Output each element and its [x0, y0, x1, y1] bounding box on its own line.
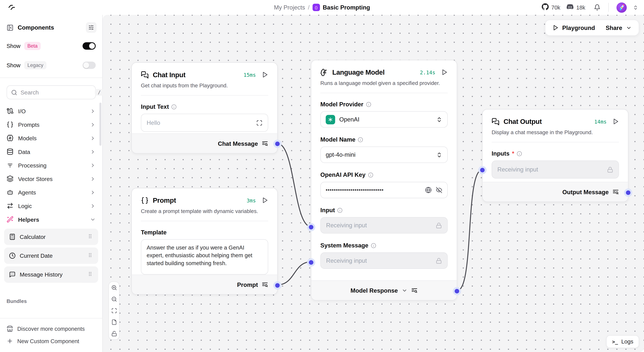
breadcrumb-projects-link[interactable]: My Projects: [274, 4, 305, 11]
sidebar-filter-button[interactable]: [86, 22, 96, 33]
account-chevrons-icon[interactable]: [633, 5, 638, 10]
eye-off-icon[interactable]: [436, 187, 442, 193]
node-run-time: 15ms: [244, 72, 256, 78]
playground-button[interactable]: Playground: [552, 24, 595, 31]
fit-view-button[interactable]: [111, 308, 117, 314]
top-nav: My Projects / {} Basic Prompting 70k 18k: [0, 0, 644, 15]
inspect-output-icon[interactable]: [262, 281, 268, 288]
output-handle-output-message[interactable]: [626, 190, 630, 195]
arrow-right-left-icon: [6, 202, 14, 209]
node-run-time: 3ms: [247, 197, 256, 203]
input-handle-inputs[interactable]: [480, 168, 484, 172]
langflow-logo-icon[interactable]: [8, 3, 16, 12]
search-input[interactable]: [20, 89, 95, 96]
globe-icon[interactable]: [425, 187, 432, 193]
node-title: Chat Input: [153, 71, 244, 78]
sidebar-item-models[interactable]: Models: [0, 131, 102, 145]
template-textarea[interactable]: Answer the user as if you were a GenAI e…: [141, 239, 268, 275]
output-label: Model Response: [350, 287, 398, 294]
output-handle-prompt[interactable]: [275, 283, 280, 288]
sidebar-item-logic[interactable]: Logic: [0, 199, 102, 213]
field-label: Input: [320, 207, 335, 214]
api-key-field[interactable]: ••••••••••••••••••••••••••••••: [320, 182, 448, 198]
model-provider-select[interactable]: OpenAI: [320, 111, 448, 128]
layers-icon: [6, 175, 14, 182]
flow-canvas[interactable]: Chat Input 15ms Get chat inputs from the…: [103, 15, 644, 352]
expand-icon[interactable]: [256, 120, 262, 126]
new-custom-component-button[interactable]: New Custom Component: [0, 335, 102, 347]
user-avatar[interactable]: [616, 2, 627, 12]
node-description: Get chat inputs from the Playground.: [141, 82, 268, 89]
component-card-calculator[interactable]: Calculator: [4, 229, 98, 245]
node-chat-output[interactable]: Chat Output 14ms Display a chat message …: [482, 109, 628, 202]
run-node-button[interactable]: [262, 71, 268, 78]
output-handle-model-response[interactable]: [455, 289, 459, 294]
legacy-badge: Legacy: [24, 61, 47, 69]
input-text-value[interactable]: [147, 119, 253, 126]
github-stars-button[interactable]: 70k: [542, 3, 560, 11]
components-sidebar: Components Show Beta Show Legacy /: [0, 15, 103, 352]
discord-icon: [566, 3, 574, 12]
model-value: gpt-4o-mini: [326, 151, 436, 158]
sidebar-scrollbar[interactable]: [99, 103, 102, 146]
node-prompt[interactable]: Prompt 3ms Create a prompt template with…: [132, 188, 278, 295]
sidebar-item-vector-stores[interactable]: Vector Stores: [0, 172, 102, 185]
discover-components-link[interactable]: Discover more components: [0, 323, 102, 335]
edge-chatinput-to-lm: [278, 144, 311, 227]
component-search[interactable]: /: [6, 85, 96, 99]
chevrons-up-down-icon: [436, 152, 442, 158]
share-button[interactable]: Share: [606, 24, 632, 31]
sidebar-item-processing[interactable]: Processing: [0, 158, 102, 172]
system-message-receiving-field: Receiving input: [320, 252, 448, 269]
sidebar-item-prompts[interactable]: Prompts: [0, 118, 102, 131]
discord-button[interactable]: 18k: [566, 3, 585, 12]
node-language-model[interactable]: Language Model 2.14s Runs a language mod…: [311, 60, 457, 300]
drag-grip-icon[interactable]: [87, 271, 93, 278]
show-beta-toggle[interactable]: [82, 42, 96, 50]
show-legacy-toggle[interactable]: [82, 62, 96, 69]
sidebar-item-agents[interactable]: Agents: [0, 185, 102, 199]
input-text-field[interactable]: [141, 114, 268, 132]
lock-canvas-button[interactable]: [111, 331, 117, 337]
field-label: Inputs: [492, 150, 510, 157]
node-chat-input[interactable]: Chat Input 15ms Get chat inputs from the…: [132, 62, 278, 153]
model-name-select[interactable]: gpt-4o-mini: [320, 147, 448, 163]
run-node-button[interactable]: [441, 69, 448, 76]
drag-grip-icon[interactable]: [87, 233, 93, 241]
run-node-button[interactable]: [612, 118, 619, 125]
run-node-button[interactable]: [262, 197, 268, 204]
beta-badge: Beta: [24, 42, 41, 50]
field-label: System Message: [320, 242, 368, 249]
info-icon: [366, 101, 371, 107]
add-note-button[interactable]: [111, 319, 117, 325]
zoom-out-button[interactable]: [111, 296, 117, 302]
sidebar-collapse-icon[interactable]: [6, 24, 14, 31]
brain-circuit-icon: [320, 68, 328, 76]
lock-icon: [607, 166, 613, 172]
logs-button[interactable]: >_ Logs: [606, 335, 639, 348]
component-card-current-date[interactable]: Current Date: [4, 247, 98, 264]
input-handle-input[interactable]: [309, 225, 313, 229]
output-label: Output Message: [562, 189, 609, 195]
edge-prompt-to-lm: [278, 262, 311, 285]
zoom-in-button[interactable]: [111, 285, 117, 291]
notifications-bell-icon[interactable]: [594, 4, 600, 11]
inspect-output-icon[interactable]: [262, 140, 268, 147]
node-description: Display a chat message in the Playground…: [492, 129, 619, 135]
wand-sparkles-icon: [6, 216, 14, 223]
sidebar-item-io[interactable]: I/O: [0, 104, 102, 118]
show-beta-label: Show: [6, 43, 20, 49]
input-handle-system-message[interactable]: [309, 260, 313, 265]
drag-grip-icon[interactable]: [87, 252, 93, 259]
output-handle-chat-message[interactable]: [275, 142, 280, 146]
inspect-output-icon[interactable]: [612, 189, 619, 195]
component-card-message-history[interactable]: Message History: [4, 266, 98, 283]
sidebar-item-data[interactable]: Data: [0, 145, 102, 158]
breadcrumb-flow-name[interactable]: Basic Prompting: [323, 4, 370, 11]
field-label: Model Name: [320, 136, 356, 143]
sidebar-item-helpers[interactable]: Helpers: [0, 213, 102, 226]
chevrons-up-down-icon: [436, 116, 442, 122]
chevron-down-icon[interactable]: [402, 288, 407, 293]
braces-icon: [6, 121, 14, 128]
inspect-output-icon[interactable]: [411, 287, 418, 294]
